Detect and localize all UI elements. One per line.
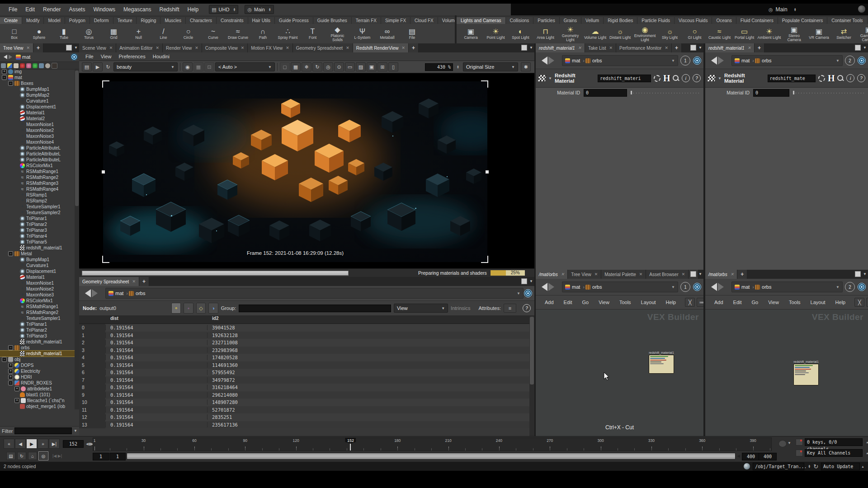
key-icon[interactable] — [796, 450, 803, 456]
prims-toggle-icon[interactable]: ◇ — [196, 303, 206, 314]
tree-item-filecache1-chs-n[interactable]: +filecache1 (`chs("n — [0, 398, 75, 404]
rv-menu-houdini[interactable]: Houdini — [149, 54, 173, 59]
search-icon[interactable] — [673, 75, 679, 81]
shelf-tab-lights-and-cameras[interactable]: Lights and Cameras — [457, 17, 506, 24]
tree-item-rsramp1[interactable]: *RSRamp1 — [0, 192, 75, 198]
table-row[interactable]: 20.191564232711008 — [79, 339, 534, 347]
tree-item-bumpmap1[interactable]: BumpMap1 — [0, 257, 75, 263]
group-input[interactable] — [239, 305, 391, 312]
network-canvas[interactable]: VEX Builder redshift_material1 — [705, 310, 868, 436]
shelf-tab-polygon[interactable]: Polygon — [65, 17, 90, 24]
shelf-tool-circle[interactable]: ○Circle — [176, 28, 201, 40]
material-node-body[interactable] — [793, 364, 819, 385]
column-header[interactable]: id2 — [207, 316, 307, 324]
shelf-tool-camera[interactable]: ▣Camera — [458, 28, 483, 40]
shelf-tool-stereo-camera[interactable]: ▣Stereo Camera — [782, 26, 807, 42]
go-start-button[interactable]: « — [4, 439, 14, 449]
table-row[interactable]: 00.19156439041528 — [79, 324, 534, 332]
pane-menu-icon[interactable]: ▼ — [698, 272, 702, 276]
net-menu-layout[interactable]: Layout — [637, 300, 660, 305]
shelf-tab-simple-fx[interactable]: Simple FX — [381, 17, 410, 24]
range-start-input[interactable]: 1 — [93, 453, 109, 460]
shelf-tab-collisions[interactable]: Collisions — [506, 17, 534, 24]
shelf-tool-gi-light[interactable]: ○GI Light — [682, 28, 707, 40]
back-icon[interactable] — [707, 56, 717, 65]
shelf-tab-muscles[interactable]: Muscles — [160, 17, 186, 24]
shelf-tool-spot-light[interactable]: ◐Spot Light — [508, 28, 533, 40]
tree-item-orbs[interactable]: -orbs — [0, 345, 75, 351]
shelf-tab-grains[interactable]: Grains — [560, 17, 581, 24]
resolution-combo[interactable]: ▤ UHD ▲▼ — [209, 5, 238, 14]
tree-item-maxonnoise2[interactable]: *MaxonNoise2 — [0, 127, 75, 133]
tree-item-triplanar1[interactable]: TriPlanar1 — [0, 321, 75, 327]
breadcrumb[interactable]: mat › orbs ▼ — [731, 282, 843, 292]
back-icon[interactable] — [538, 283, 547, 291]
shelf-tool-l-system[interactable]: ΨL-System — [350, 28, 375, 40]
close-icon[interactable]: ✕ — [401, 46, 405, 50]
new-tab-button[interactable]: + — [737, 270, 747, 279]
freeze-icon[interactable]: ❄ — [302, 62, 311, 71]
copy-image-icon[interactable]: ▯ — [388, 62, 398, 71]
close-icon[interactable]: ✕ — [665, 46, 668, 50]
shelf-tool-sphere[interactable]: ●Sphere — [27, 28, 52, 40]
tree-item-rsmathrange1[interactable]: ≈RSMathRange1 — [0, 304, 75, 310]
new-tab-button[interactable]: + — [755, 43, 764, 52]
toolbar-icon[interactable] — [26, 63, 31, 68]
close-icon[interactable]: ✕ — [639, 272, 643, 277]
pane-maximize-icon[interactable] — [855, 271, 861, 277]
back-icon[interactable] — [707, 283, 717, 291]
tab-material-palette[interactable]: Material Palette✕ — [601, 270, 646, 279]
rgb-channels-icon[interactable]: ◉ — [183, 62, 193, 71]
tree-item-triplanar5[interactable]: TriPlanar5 — [0, 239, 75, 245]
spinner-icon[interactable]: ▲▼ — [269, 8, 271, 11]
node-name-input[interactable]: redshift_mate — [768, 75, 816, 82]
tab-asset-browser[interactable]: Asset Browser✕ — [646, 270, 689, 279]
tree-item-maxonnoise2[interactable]: *MaxonNoise2 — [0, 286, 75, 292]
table-row[interactable]: 60.19156457955492 — [79, 369, 534, 376]
close-icon[interactable]: ✕ — [561, 272, 565, 277]
tree-item-blast1-101-[interactable]: blast1 (101) — [0, 392, 75, 398]
region-handle[interactable] — [486, 170, 489, 174]
chevron-down-icon[interactable]: ▼ — [517, 291, 520, 296]
path-root-label[interactable]: mat — [22, 54, 30, 60]
table-row[interactable]: 80.191564316218464 — [79, 384, 534, 391]
tree-item-redshift-material1[interactable]: redshift_material1 — [0, 351, 75, 357]
close-icon[interactable]: ✕ — [26, 46, 30, 50]
diagonal-compare-icon[interactable]: ▨ — [356, 62, 366, 71]
tree-item-particleattributel[interactable]: ParticleAttributeL — [0, 151, 75, 157]
tree-item-particleattributel[interactable]: ParticleAttributeL — [0, 157, 75, 163]
timeline-ruler[interactable]: 1306090120180210240270300330360390152 — [93, 437, 772, 451]
chevron-down-icon[interactable]: ▼ — [836, 59, 840, 63]
new-tab-button[interactable]: + — [33, 43, 43, 52]
add-image-icon[interactable]: ⊞ — [377, 62, 387, 71]
spinner-icon[interactable]: ▲▼ — [233, 8, 236, 11]
tree-item-triplanar4[interactable]: TriPlanar4 — [0, 233, 75, 239]
rv-menu-file[interactable]: File — [82, 54, 97, 59]
shelf-tool-box[interactable]: □Box — [2, 28, 27, 40]
tree-item-rsmathrange3[interactable]: ≈RSMathRange3 — [0, 180, 75, 186]
close-icon[interactable]: ✕ — [241, 46, 245, 50]
refresh-icon[interactable]: ↻ — [104, 63, 113, 71]
pane-menu-icon[interactable]: ▼ — [74, 46, 78, 50]
gear-icon[interactable] — [654, 75, 660, 82]
material-node[interactable]: redshift_material1 — [793, 360, 819, 385]
render-canvas[interactable]: Frame 152: 2021-01-08 16:29:09 (12.28s) — [79, 73, 534, 268]
expand-toggle-icon[interactable]: + — [14, 398, 19, 403]
tree-item-metal[interactable]: -Metal — [0, 251, 75, 257]
chevron-down-icon[interactable]: ▼ — [836, 285, 840, 289]
close-icon[interactable]: ✕ — [682, 272, 685, 277]
pane-menu-icon[interactable]: ▼ — [698, 46, 702, 50]
shelf-tool-torus[interactable]: ◎Torus — [76, 28, 101, 40]
node-list-icon[interactable]: ≔ — [866, 298, 868, 307]
shelf-tool-platonic-solids[interactable]: ◆Platonic Solids — [325, 26, 350, 42]
chevron-down-icon[interactable]: ▼ — [671, 285, 675, 289]
shelf-tab-particle-fluids[interactable]: Particle Fluids — [637, 17, 675, 24]
shelf-tool-font[interactable]: TFont — [300, 28, 325, 40]
net-menu-add[interactable]: Add — [540, 300, 558, 305]
tab-performance-monitor[interactable]: Performance Monitor✕ — [616, 43, 672, 52]
table-row[interactable]: 130.191564235617136 — [79, 421, 534, 429]
shelf-tool-gamepad-camera[interactable]: ▣Gamepad Camera — [856, 26, 868, 42]
shelf-tool-ambient-light[interactable]: ☀Ambient Light — [757, 28, 782, 40]
chevron-down-icon[interactable]: ▼ — [718, 76, 722, 80]
tree-item-rscolormix1[interactable]: RSColorMix1 — [0, 163, 75, 169]
